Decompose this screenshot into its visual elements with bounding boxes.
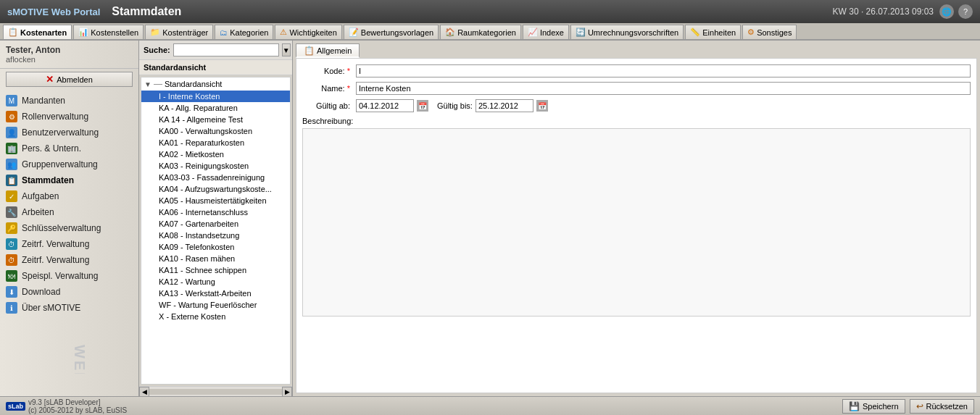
tree-item[interactable]: KA12 - Wartung — [141, 276, 290, 288]
tree-root-label: Standardansicht — [165, 80, 223, 88]
tree-item[interactable]: KA03-03 - Fassadenreinigung — [141, 172, 290, 183]
tree-item[interactable]: X - Externe Kosten — [141, 311, 290, 322]
header: sMOTIVE Web Portal Stammdaten KW 30 · 26… — [0, 0, 980, 23]
globe-icon[interactable]: 🌐 — [939, 4, 954, 19]
tree-item[interactable]: KA 14 - Allgemeine Test — [141, 114, 290, 125]
allgemein-tab-icon: 📋 — [304, 46, 315, 56]
sidebar-item-rollenverwaltung[interactable]: ⚙ Rollenverwaltung — [0, 109, 138, 125]
main-layout: Tester, Anton aflocken ✕ Abmelden M Mand… — [0, 41, 980, 396]
beschreibung-label: Beschreibung: — [302, 117, 971, 125]
kw-info: KW 30 · 26.07.2013 09:03 — [833, 7, 934, 17]
tree-item[interactable]: KA09 - Telefonkosten — [141, 241, 290, 253]
nav-menu: M Mandanten ⚙ Rollenverwaltung 👤 Benutze… — [0, 90, 138, 396]
aufgaben-icon: ✓ — [6, 190, 17, 202]
tree-item[interactable]: KA02 - Mietkosten — [141, 148, 290, 160]
standardansicht-header: Standardansicht — [139, 60, 292, 75]
zeitrf1-icon: ⏱ — [6, 238, 17, 250]
scroll-left-arrow[interactable]: ◀ — [139, 387, 149, 397]
gueltig-ab-input[interactable] — [356, 99, 414, 112]
gueltig-row: Gültig ab: 📅 Gültig bis: 📅 — [302, 99, 971, 112]
x-icon: ✕ — [46, 74, 54, 85]
sidebar-item-arbeiten[interactable]: 🔧 Arbeiten — [0, 204, 138, 220]
tab-umrechnungsvorschriften[interactable]: 🔄 Umrechnungsvorschriften — [570, 25, 684, 39]
name-label: Name: * — [302, 84, 353, 93]
user-area: Tester, Anton aflocken — [0, 41, 138, 69]
tree-item[interactable]: KA13 - Werkstatt-Arbeiten — [141, 288, 290, 299]
gueltig-ab-label: Gültig ab: — [302, 101, 353, 110]
sidebar-item-aufgaben[interactable]: ✓ Aufgaben — [0, 188, 138, 204]
tree-item[interactable]: KA05 - Hausmeistertätigkeiten — [141, 195, 290, 206]
tab-sonstiges[interactable]: ⚙ Sonstiges — [742, 25, 797, 39]
einheiten-icon: 📏 — [690, 28, 700, 37]
sidebar-item-schluesselverwaltung[interactable]: 🔑 Schlüsselverwaltung — [0, 220, 138, 236]
sidebar-item-download[interactable]: ⬇ Download — [0, 284, 138, 300]
tree-item[interactable]: KA04 - Aufzugswartungskoste... — [141, 183, 290, 195]
tab-einheiten[interactable]: 📏 Einheiten — [685, 25, 741, 39]
search-input[interactable] — [173, 43, 279, 56]
sidebar-item-gruppenverwaltung[interactable]: 👥 Gruppenverwaltung — [0, 156, 138, 172]
user-sub: aflocken — [6, 55, 133, 64]
tree-item[interactable]: KA00 - Verwaltungskosten — [141, 125, 290, 137]
reset-icon: ↩ — [916, 401, 923, 411]
tree-item[interactable]: KA06 - Internetanschluss — [141, 206, 290, 218]
search-label: Suche: — [144, 46, 170, 54]
sidebar-item-mandanten[interactable]: M Mandanten — [0, 93, 138, 109]
tree-container: ▼ — Standardansicht I - Interne KostenKA… — [141, 77, 291, 385]
sidebar-item-pers-untern[interactable]: 🏢 Pers. & Untern. — [0, 141, 138, 156]
kostentraeger-icon: 📁 — [150, 28, 160, 37]
schlussel-icon: 🔑 — [6, 222, 17, 234]
tree-item[interactable]: KA07 - Gartenarbeiten — [141, 218, 290, 230]
sonstiges-icon: ⚙ — [747, 28, 755, 37]
tree-item[interactable]: KA03 - Reinigungskosten — [141, 160, 290, 172]
sidebar-item-benutzerverwaltung[interactable]: 👤 Benutzerverwaltung — [0, 125, 138, 141]
version-text: v9.3 [sLAB Developer] (c) 2005-2012 by s… — [28, 398, 127, 414]
tree-item[interactable]: WF - Wartung Feuerlöscher — [141, 299, 290, 311]
scroll-right-arrow[interactable]: ▶ — [282, 387, 292, 397]
scroll-track[interactable] — [149, 389, 282, 395]
tree-item[interactable]: KA11 - Schnee schippen — [141, 264, 290, 276]
help-icon[interactable]: ? — [958, 4, 973, 19]
tab-indexe[interactable]: 📈 Indexe — [523, 25, 569, 39]
tab-wichtigkeiten[interactable]: ⚠ Wichtigkeiten — [275, 25, 341, 39]
sidebar-item-zeitrf-verwaltung-2[interactable]: ⏱ Zeitrf. Verwaltung — [0, 252, 138, 268]
user-name: Tester, Anton — [6, 45, 133, 55]
status-bar: sLab v9.3 [sLAB Developer] (c) 2005-2012… — [0, 396, 980, 415]
tree-item[interactable]: KA - Allg. Reparaturen — [141, 102, 290, 114]
reset-button[interactable]: ↩ Rücksetzen — [910, 399, 974, 414]
tree-item[interactable]: KA10 - Rasen mähen — [141, 253, 290, 264]
name-input[interactable] — [356, 82, 971, 95]
save-button[interactable]: 💾 Speichern — [842, 399, 905, 414]
sidebar-item-speispl-verwaltung[interactable]: 🍽 Speispl. Verwaltung — [0, 268, 138, 284]
kode-input[interactable] — [356, 64, 971, 77]
sidebar-item-ueber-smotive[interactable]: ℹ Über sMOTIVE — [0, 300, 138, 316]
gueltig-bis-calendar-icon[interactable]: 📅 — [536, 100, 548, 112]
tree-root[interactable]: ▼ — Standardansicht — [141, 77, 290, 91]
left-container: Suche: ▼ Standardansicht ▼ — Standardans… — [139, 41, 293, 396]
beschreibung-textarea[interactable] — [302, 128, 971, 317]
kode-row: Kode: * — [302, 64, 971, 77]
header-icons: 🌐 ? — [939, 4, 973, 19]
tab-bewertungsvorlagen[interactable]: 📝 Bewertungsvorlagen — [344, 25, 439, 39]
sidebar-item-zeitrf-verwaltung-1[interactable]: ⏱ Zeitrf. Verwaltung — [0, 236, 138, 252]
form-tab-allgemein[interactable]: 📋 Allgemein — [296, 43, 360, 58]
gueltig-bis-input[interactable] — [476, 99, 533, 112]
gueltig-ab-calendar-icon[interactable]: 📅 — [417, 100, 428, 112]
kostenarten-icon: 📋 — [8, 28, 18, 37]
tab-kategorien[interactable]: 🗂 Kategorien — [215, 25, 273, 39]
tree-item[interactable]: I - Interne Kosten — [141, 91, 290, 102]
umrechnungsvorschriften-icon: 🔄 — [576, 28, 586, 37]
kategorien-icon: 🗂 — [220, 28, 228, 37]
tree-horizontal-scroll[interactable]: ◀ ▶ — [139, 386, 292, 396]
tab-kostentraeger[interactable]: 📁 Kostenträger — [145, 25, 213, 39]
sidebar-item-stammdaten[interactable]: 📋 Stammdaten — [0, 172, 138, 188]
tab-kostenarten[interactable]: 📋 Kostenarten — [3, 25, 72, 39]
search-button[interactable]: ▼ — [282, 43, 291, 56]
name-row: Name: * — [302, 82, 971, 95]
logout-button[interactable]: ✕ Abmelden — [6, 72, 133, 87]
pers-icon: 🏢 — [6, 143, 17, 154]
tree-toggle-icon: ▼ — [144, 80, 151, 88]
tab-raumkategorien[interactable]: 🏠 Raumkategorien — [440, 25, 521, 39]
tab-kostenstellen[interactable]: 📊 Kostenstellen — [73, 25, 144, 39]
tree-item[interactable]: KA08 - Instandsetzung — [141, 230, 290, 241]
tree-item[interactable]: KA01 - Reparaturkosten — [141, 137, 290, 148]
